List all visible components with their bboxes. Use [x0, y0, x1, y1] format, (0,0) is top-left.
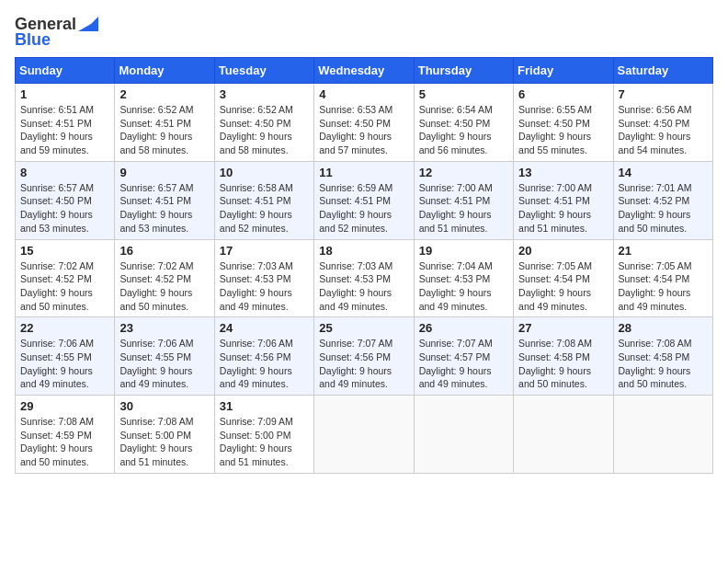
day-number: 27 [518, 321, 608, 335]
calendar-cell: 31 Sunrise: 7:09 AMSunset: 5:00 PMDaylig… [214, 396, 313, 474]
day-header-wednesday: Wednesday [314, 58, 414, 84]
calendar-cell: 15 Sunrise: 7:02 AMSunset: 4:52 PMDaylig… [16, 239, 115, 317]
day-info: Sunrise: 6:52 AMSunset: 4:51 PMDaylight:… [119, 104, 193, 155]
day-info: Sunrise: 6:59 AMSunset: 4:51 PMDaylight:… [319, 182, 392, 234]
day-info: Sunrise: 7:05 AMSunset: 4:54 PMDaylight:… [619, 260, 692, 312]
day-info: Sunrise: 7:05 AMSunset: 4:54 PMDaylight:… [518, 260, 592, 312]
day-number: 16 [119, 244, 209, 258]
day-number: 30 [119, 399, 209, 413]
day-number: 23 [119, 321, 209, 335]
calendar-cell: 22 Sunrise: 7:06 AMSunset: 4:55 PMDaylig… [16, 317, 115, 396]
day-info: Sunrise: 7:08 AMSunset: 4:58 PMDaylight:… [518, 338, 592, 389]
day-info: Sunrise: 7:00 AMSunset: 4:51 PMDaylight:… [419, 182, 493, 234]
day-info: Sunrise: 6:55 AMSunset: 4:50 PMDaylight:… [518, 104, 592, 155]
day-info: Sunrise: 7:09 AMSunset: 5:00 PMDaylight:… [220, 416, 293, 467]
day-number: 13 [518, 166, 608, 179]
day-info: Sunrise: 7:02 AMSunset: 4:52 PMDaylight:… [20, 260, 94, 312]
calendar-cell: 12 Sunrise: 7:00 AMSunset: 4:51 PMDaylig… [414, 161, 513, 239]
svg-marker-0 [78, 17, 98, 31]
day-number: 4 [319, 87, 408, 101]
calendar-cell: 9 Sunrise: 6:57 AMSunset: 4:51 PMDayligh… [115, 161, 214, 239]
day-info: Sunrise: 7:08 AMSunset: 5:00 PMDaylight:… [119, 416, 193, 467]
day-info: Sunrise: 7:03 AMSunset: 4:53 PMDaylight:… [220, 260, 293, 312]
day-number: 14 [619, 166, 708, 179]
day-info: Sunrise: 7:03 AMSunset: 4:53 PMDaylight:… [319, 260, 392, 312]
day-number: 11 [319, 166, 408, 179]
calendar-cell: 27 Sunrise: 7:08 AMSunset: 4:58 PMDaylig… [514, 317, 613, 396]
day-number: 10 [220, 166, 309, 179]
calendar-cell [613, 396, 712, 474]
calendar-cell: 17 Sunrise: 7:03 AMSunset: 4:53 PMDaylig… [214, 239, 313, 317]
day-number: 18 [319, 244, 408, 258]
day-number: 28 [619, 321, 708, 335]
day-info: Sunrise: 7:06 AMSunset: 4:55 PMDaylight:… [20, 338, 94, 389]
day-info: Sunrise: 7:06 AMSunset: 4:56 PMDaylight:… [220, 338, 293, 389]
calendar-cell: 30 Sunrise: 7:08 AMSunset: 5:00 PMDaylig… [115, 396, 214, 474]
day-number: 3 [220, 87, 309, 101]
day-info: Sunrise: 7:02 AMSunset: 4:52 PMDaylight:… [119, 260, 193, 312]
calendar-cell: 14 Sunrise: 7:01 AMSunset: 4:52 PMDaylig… [613, 161, 712, 239]
calendar-cell: 26 Sunrise: 7:07 AMSunset: 4:57 PMDaylig… [414, 317, 513, 396]
day-header-sunday: Sunday [16, 58, 115, 84]
day-info: Sunrise: 6:57 AMSunset: 4:50 PMDaylight:… [20, 182, 94, 234]
calendar-cell [414, 396, 513, 474]
page-header: General Blue [15, 15, 713, 50]
day-info: Sunrise: 6:51 AMSunset: 4:51 PMDaylight:… [20, 104, 94, 155]
calendar-cell [314, 396, 414, 474]
day-header-saturday: Saturday [613, 58, 712, 84]
calendar-cell: 24 Sunrise: 7:06 AMSunset: 4:56 PMDaylig… [214, 317, 313, 396]
day-header-friday: Friday [514, 58, 613, 84]
calendar-cell: 10 Sunrise: 6:58 AMSunset: 4:51 PMDaylig… [214, 161, 313, 239]
calendar-cell: 18 Sunrise: 7:03 AMSunset: 4:53 PMDaylig… [314, 239, 414, 317]
calendar-cell: 13 Sunrise: 7:00 AMSunset: 4:51 PMDaylig… [514, 161, 613, 239]
day-header-monday: Monday [115, 58, 214, 84]
calendar-cell: 28 Sunrise: 7:08 AMSunset: 4:58 PMDaylig… [613, 317, 712, 396]
day-info: Sunrise: 7:06 AMSunset: 4:55 PMDaylight:… [119, 338, 193, 389]
day-number: 31 [220, 399, 309, 413]
day-number: 8 [20, 166, 109, 179]
day-number: 9 [119, 166, 209, 179]
day-number: 29 [20, 399, 109, 413]
day-number: 20 [518, 244, 608, 258]
day-info: Sunrise: 7:08 AMSunset: 4:58 PMDaylight:… [619, 338, 692, 389]
day-number: 12 [419, 166, 508, 179]
calendar-cell: 29 Sunrise: 7:08 AMSunset: 4:59 PMDaylig… [16, 396, 115, 474]
calendar-cell: 3 Sunrise: 6:52 AMSunset: 4:50 PMDayligh… [214, 84, 313, 162]
day-number: 2 [119, 87, 209, 101]
calendar-cell: 4 Sunrise: 6:53 AMSunset: 4:50 PMDayligh… [314, 84, 414, 162]
day-info: Sunrise: 7:00 AMSunset: 4:51 PMDaylight:… [518, 182, 592, 234]
day-info: Sunrise: 6:58 AMSunset: 4:51 PMDaylight:… [220, 182, 293, 234]
calendar-cell [514, 396, 613, 474]
calendar-cell: 23 Sunrise: 7:06 AMSunset: 4:55 PMDaylig… [115, 317, 214, 396]
calendar-cell: 7 Sunrise: 6:56 AMSunset: 4:50 PMDayligh… [613, 84, 712, 162]
day-number: 6 [518, 87, 608, 101]
day-info: Sunrise: 6:53 AMSunset: 4:50 PMDaylight:… [319, 104, 392, 155]
calendar-cell: 6 Sunrise: 6:55 AMSunset: 4:50 PMDayligh… [514, 84, 613, 162]
day-header-tuesday: Tuesday [214, 58, 313, 84]
logo: General Blue [15, 15, 98, 50]
day-info: Sunrise: 6:56 AMSunset: 4:50 PMDaylight:… [619, 104, 692, 155]
calendar-cell: 25 Sunrise: 7:07 AMSunset: 4:56 PMDaylig… [314, 317, 414, 396]
calendar-cell: 16 Sunrise: 7:02 AMSunset: 4:52 PMDaylig… [115, 239, 214, 317]
calendar-cell: 21 Sunrise: 7:05 AMSunset: 4:54 PMDaylig… [613, 239, 712, 317]
day-number: 19 [419, 244, 508, 258]
day-info: Sunrise: 7:04 AMSunset: 4:53 PMDaylight:… [419, 260, 493, 312]
calendar-cell: 2 Sunrise: 6:52 AMSunset: 4:51 PMDayligh… [115, 84, 214, 162]
day-number: 1 [20, 87, 109, 101]
day-number: 7 [619, 87, 708, 101]
day-info: Sunrise: 7:01 AMSunset: 4:52 PMDaylight:… [619, 182, 692, 234]
calendar-cell: 19 Sunrise: 7:04 AMSunset: 4:53 PMDaylig… [414, 239, 513, 317]
calendar-cell: 20 Sunrise: 7:05 AMSunset: 4:54 PMDaylig… [514, 239, 613, 317]
day-number: 22 [20, 321, 109, 335]
day-number: 15 [20, 244, 109, 258]
calendar-cell: 11 Sunrise: 6:59 AMSunset: 4:51 PMDaylig… [314, 161, 414, 239]
day-info: Sunrise: 6:57 AMSunset: 4:51 PMDaylight:… [119, 182, 193, 234]
day-number: 5 [419, 87, 508, 101]
calendar-cell: 1 Sunrise: 6:51 AMSunset: 4:51 PMDayligh… [16, 84, 115, 162]
day-info: Sunrise: 7:07 AMSunset: 4:57 PMDaylight:… [419, 338, 493, 389]
calendar-table: SundayMondayTuesdayWednesdayThursdayFrid… [15, 57, 713, 474]
day-number: 26 [419, 321, 508, 335]
day-number: 24 [220, 321, 309, 335]
day-info: Sunrise: 7:07 AMSunset: 4:56 PMDaylight:… [319, 338, 392, 389]
day-info: Sunrise: 6:54 AMSunset: 4:50 PMDaylight:… [419, 104, 493, 155]
